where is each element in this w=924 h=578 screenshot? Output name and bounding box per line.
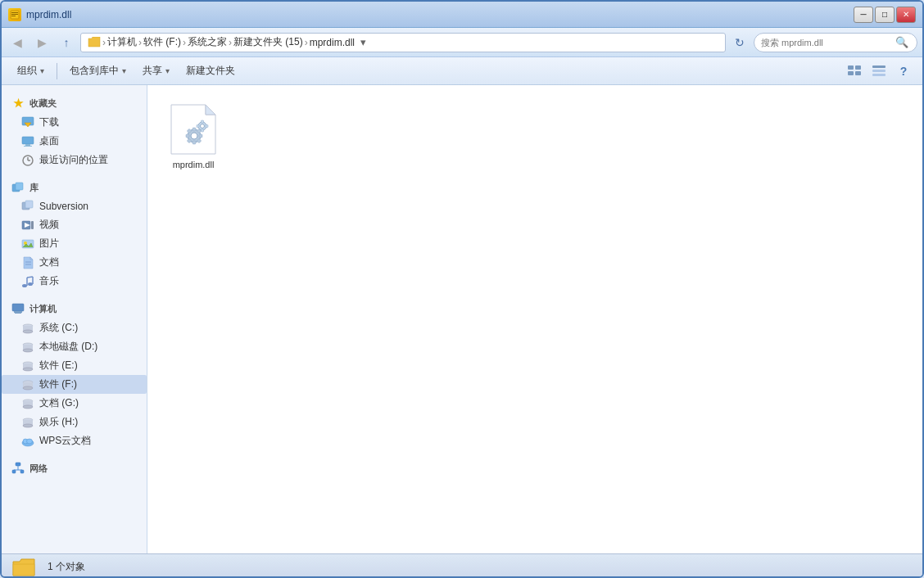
svg-rect-36	[14, 311, 22, 313]
breadcrumb-drive[interactable]: 软件 (F:)	[143, 35, 181, 49]
doc-icon	[21, 256, 34, 269]
view-toggle-button[interactable]	[844, 61, 865, 82]
minimize-button[interactable]: ─	[854, 7, 873, 23]
drive-e-icon	[21, 359, 34, 373]
svg-rect-4	[848, 65, 854, 70]
svg-point-52	[23, 405, 33, 409]
sidebar-item-desktop[interactable]: 桌面	[2, 132, 147, 151]
details-view-button[interactable]	[868, 61, 890, 82]
image-icon	[21, 237, 34, 251]
svg-rect-10	[872, 74, 886, 76]
title-bar-left: mprdim.dll	[8, 8, 71, 21]
toolbar-right: ?	[844, 61, 914, 82]
svg-rect-80	[202, 129, 204, 132]
svg-rect-2	[11, 14, 18, 15]
breadcrumb-folder2[interactable]: 新建文件夹 (15)	[233, 35, 303, 49]
sidebar-item-subversion[interactable]: Subversion	[2, 197, 147, 215]
svg-rect-22	[25, 201, 33, 208]
content-area: mprdim.dll	[147, 85, 922, 553]
nav-bar: ◀ ▶ ↑ › 计算机 › 软件 (F:) › 系统之家 › 新建文件夹 (15…	[2, 28, 922, 57]
sidebar-item-doc[interactable]: 文档	[2, 253, 147, 272]
share-button[interactable]: 共享 ▾	[135, 61, 177, 82]
sidebar-item-drive-c[interactable]: 系统 (C:)	[2, 318, 147, 337]
forward-button[interactable]: ▶	[31, 32, 52, 53]
sidebar-item-video[interactable]: 视频	[2, 215, 147, 234]
file-item-mprdim[interactable]: mprdim.dll	[161, 98, 226, 177]
search-icon[interactable]: 🔍	[895, 36, 908, 48]
main-container: ★ 收藏夹 下载 桌面 最近访问的位置 库	[2, 85, 922, 553]
breadcrumb-bar: › 计算机 › 软件 (F:) › 系统之家 › 新建文件夹 (15) › mp…	[80, 33, 726, 52]
search-box: 🔍	[754, 33, 917, 52]
sidebar-item-drive-d[interactable]: 本地磁盘 (D:)	[2, 337, 147, 356]
svg-point-40	[23, 330, 33, 333]
svg-rect-37	[15, 313, 21, 314]
svg-rect-79	[202, 120, 204, 123]
close-button[interactable]: ✕	[896, 7, 916, 23]
svg-point-58	[27, 439, 33, 444]
network-icon	[11, 462, 25, 475]
status-bar: 1 个对象	[2, 553, 922, 578]
sidebar-item-music[interactable]: 音乐	[2, 272, 147, 291]
video-icon	[21, 219, 34, 232]
help-icon: ?	[900, 65, 908, 78]
svg-point-49	[23, 386, 33, 390]
organize-chevron: ▾	[40, 66, 44, 75]
toolbar-separator	[57, 63, 57, 79]
breadcrumb-folder1[interactable]: 系统之家	[188, 35, 227, 49]
search-input[interactable]	[761, 38, 892, 47]
svg-rect-82	[206, 125, 208, 128]
svg-point-55	[23, 424, 33, 427]
svg-rect-1	[11, 12, 18, 13]
toolbar: 组织 ▾ 包含到库中 ▾ 共享 ▾ 新建文件夹 ?	[2, 57, 922, 85]
sidebar-section-favorites: ★ 收藏夹	[2, 92, 147, 113]
maximize-button[interactable]: □	[875, 7, 895, 23]
svg-rect-5	[855, 65, 861, 70]
new-folder-button[interactable]: 新建文件夹	[179, 61, 242, 82]
svg-rect-35	[12, 304, 24, 311]
sidebar-section-computer: 计算机	[2, 297, 147, 318]
back-button[interactable]: ◀	[7, 32, 28, 53]
sidebar-item-drive-h[interactable]: 娱乐 (H:)	[2, 413, 147, 431]
sidebar-item-drive-g[interactable]: 文档 (G:)	[2, 394, 147, 413]
sidebar-item-drive-f[interactable]: 软件 (F:)	[2, 375, 147, 394]
organize-button[interactable]: 组织 ▾	[10, 61, 52, 82]
refresh-button[interactable]: ↻	[729, 32, 750, 53]
desktop-icon	[21, 135, 34, 148]
file-name: mprdim.dll	[173, 159, 215, 170]
svg-rect-8	[872, 65, 886, 68]
sidebar-item-image[interactable]: 图片	[2, 234, 147, 253]
subversion-icon	[21, 200, 34, 213]
sidebar-item-recent[interactable]: 最近访问的位置	[2, 151, 147, 169]
include-button[interactable]: 包含到库中 ▾	[62, 61, 134, 82]
svg-rect-59	[16, 463, 20, 466]
svg-rect-25	[31, 221, 34, 229]
svg-rect-15	[24, 146, 32, 147]
help-button[interactable]: ?	[893, 61, 914, 82]
sidebar-item-drive-e[interactable]: 软件 (E:)	[2, 356, 147, 375]
breadcrumb-item	[88, 37, 101, 48]
svg-marker-66	[206, 105, 215, 115]
svg-rect-6	[848, 71, 854, 75]
svg-rect-7	[855, 71, 861, 75]
computer-icon	[11, 302, 25, 315]
cloud-icon	[21, 435, 34, 448]
file-icon	[169, 105, 218, 154]
svg-rect-3	[11, 16, 16, 16]
breadcrumb-file[interactable]: mprdim.dll	[310, 37, 355, 48]
drive-f-icon	[21, 378, 34, 391]
up-button[interactable]: ↑	[56, 32, 77, 53]
status-folder-icon	[11, 558, 38, 577]
svg-point-46	[23, 368, 33, 371]
breadcrumb-dropdown-button[interactable]: ▾	[355, 33, 371, 52]
breadcrumb-computer[interactable]: 计算机	[107, 35, 137, 49]
sidebar-item-wps[interactable]: WPS云文档	[2, 431, 147, 450]
drive-h-icon	[21, 416, 34, 429]
music-icon	[21, 275, 34, 288]
drive-g-icon	[21, 397, 34, 410]
sidebar-item-download[interactable]: 下载	[2, 113, 147, 132]
svg-rect-69	[192, 128, 196, 131]
svg-rect-20	[16, 183, 23, 190]
view-icon	[847, 65, 862, 78]
recent-icon	[21, 154, 34, 167]
window-title: mprdim.dll	[26, 9, 71, 20]
